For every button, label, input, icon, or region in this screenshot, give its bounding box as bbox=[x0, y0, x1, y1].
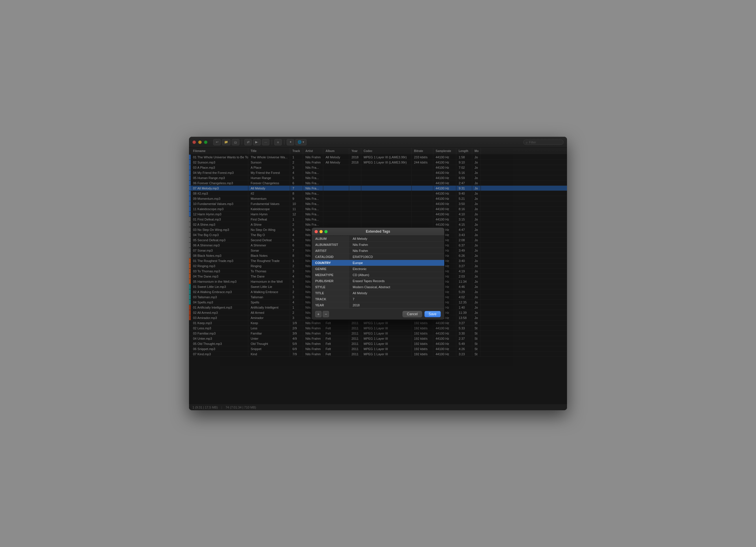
play-button[interactable]: ▶· bbox=[253, 139, 261, 145]
tag-row[interactable]: CATALOGID bbox=[312, 254, 444, 260]
settings-button[interactable]: ✦ bbox=[287, 139, 294, 145]
table-row[interactable]: 12 Harm Hymn.mp3 Harm Hymn 12 Nils Fra..… bbox=[189, 212, 567, 217]
modal-close[interactable] bbox=[315, 230, 318, 233]
language-button[interactable]: 🌐 ▾ bbox=[295, 139, 307, 145]
tag-row[interactable]: ALBUM bbox=[312, 236, 444, 242]
close-button[interactable] bbox=[192, 141, 196, 144]
tag-value[interactable] bbox=[349, 260, 444, 266]
archive-button[interactable]: 🗂 bbox=[232, 139, 239, 145]
col-filename[interactable]: Filename bbox=[191, 148, 248, 154]
tag-value[interactable] bbox=[349, 296, 444, 302]
table-row[interactable]: 06 Snippet.mp3 Snippet 6/9 Nils Frahm Fe… bbox=[189, 346, 567, 351]
cell-track: 4 bbox=[290, 300, 303, 304]
cell-filename: 11 Kaleidoscope.mp3 bbox=[191, 207, 248, 211]
tag-row[interactable]: YEAR bbox=[312, 302, 444, 308]
cancel-button[interactable]: Cancel bbox=[402, 311, 422, 317]
cell-mo: Jo bbox=[472, 289, 481, 294]
cell-year: 2018 bbox=[349, 155, 361, 160]
table-row[interactable]: 05 Human Range.mp3 Human Range 5 Nils Fr… bbox=[189, 175, 567, 181]
tag-row[interactable]: COUNTRY bbox=[312, 260, 444, 266]
minimize-button[interactable] bbox=[198, 141, 202, 144]
col-title[interactable]: Title bbox=[248, 148, 290, 154]
cell-artist: Nils Frahm bbox=[303, 320, 323, 325]
table-row[interactable]: 03 A Place.mp3 A Place 3 Nils Fra... 441… bbox=[189, 165, 567, 170]
tag-row[interactable]: MEDIATYPE bbox=[312, 272, 444, 278]
table-row[interactable]: 01 Keep.mp3 Keep 1/9 Nils Frahm Felt 201… bbox=[189, 320, 567, 325]
folder-button[interactable]: 📁 bbox=[222, 139, 230, 145]
col-length[interactable]: Length bbox=[456, 148, 472, 154]
table-row[interactable]: 03 Familiar.mp3 Familiar 3/9 Nils Frahm … bbox=[189, 331, 567, 336]
tag-row[interactable]: ALBUMARTIST bbox=[312, 242, 444, 248]
cell-artist: Nils Fra... bbox=[303, 170, 323, 175]
list-button[interactable]: ≡ bbox=[274, 139, 282, 145]
table-row[interactable]: 10 Fundamental Values.mp3 Fundamental Va… bbox=[189, 201, 567, 207]
cell-filename: 06 Snippet.mp3 bbox=[191, 346, 248, 351]
table-row[interactable]: 05 Old Thought.mp3 Old Thought 5/9 Nils … bbox=[189, 341, 567, 346]
add-tag-button[interactable]: + bbox=[315, 311, 322, 317]
cell-codec: MPEG 1 Layer III bbox=[361, 346, 412, 351]
tag-value[interactable] bbox=[349, 278, 444, 284]
cell-track: 2 bbox=[290, 264, 303, 268]
table-row[interactable]: 08 #2.mp3 #2 8 Nils Fra... 44100 Hz 9:40… bbox=[189, 191, 567, 196]
cell-year: 2011 bbox=[349, 320, 361, 325]
cell-title: Familiar bbox=[248, 331, 290, 336]
tag-row[interactable]: TRACK bbox=[312, 296, 444, 302]
table-row[interactable]: 02 Less.mp3 Less 2/9 Nils Frahm Felt 201… bbox=[189, 325, 567, 331]
modal-minimize[interactable] bbox=[320, 230, 323, 233]
table-row[interactable]: 11 Kaleidoscope.mp3 Kaleidoscope 11 Nils… bbox=[189, 207, 567, 212]
cell-filename: 05 Second Defeat.mp3 bbox=[191, 238, 248, 243]
tag-row[interactable]: TITLE bbox=[312, 290, 444, 296]
tag-value[interactable] bbox=[349, 266, 444, 272]
tag-value[interactable] bbox=[349, 272, 444, 278]
tag-row[interactable]: GENRE bbox=[312, 266, 444, 272]
tag-row[interactable]: ARTIST bbox=[312, 248, 444, 254]
tag-key: ARTIST bbox=[312, 248, 349, 254]
tags-table: ALBUM ALBUMARTIST ARTIST CATALOGID COUNT… bbox=[312, 236, 444, 308]
search-input[interactable] bbox=[529, 141, 558, 144]
table-row[interactable]: 02 Sunson.mp3 Sunson 2 Nils Frahm All Me… bbox=[189, 160, 567, 165]
col-album[interactable]: Album bbox=[323, 148, 349, 154]
cell-bitrate bbox=[412, 207, 433, 211]
cell-mo: Jo bbox=[472, 175, 481, 180]
back-button[interactable]: ↩ bbox=[213, 139, 221, 145]
cell-track: 2 bbox=[290, 222, 303, 227]
table-row[interactable]: 04 Unter.mp3 Unter 4/9 Nils Frahm Felt 2… bbox=[189, 336, 567, 341]
table-row[interactable]: 01 The Whole Universe Wants to Be Touche… bbox=[189, 155, 567, 160]
maximize-button[interactable] bbox=[204, 141, 207, 144]
col-artist[interactable]: Artist bbox=[303, 148, 323, 154]
search-box[interactable]: ⌕ bbox=[523, 140, 564, 145]
table-row[interactable]: 09 Momentum.mp3 Momentum 9 Nils Fra... 4… bbox=[189, 196, 567, 201]
tag-value[interactable] bbox=[349, 248, 444, 254]
col-samplerate[interactable]: Samplerate bbox=[433, 148, 456, 154]
modal-maximize[interactable] bbox=[324, 230, 328, 233]
cell-codec: MPEG 1 Layer III bbox=[361, 325, 412, 330]
cell-mo: Jo bbox=[472, 248, 481, 253]
remove-tag-button[interactable]: − bbox=[323, 311, 329, 317]
table-row[interactable]: 06 Forever Changeless.mp3 Forever Change… bbox=[189, 181, 567, 186]
table-row[interactable]: 04 My Friend the Forest.mp3 My Friend th… bbox=[189, 170, 567, 175]
col-codec[interactable]: Codec bbox=[361, 148, 412, 154]
tag-key: COUNTRY bbox=[312, 260, 349, 266]
table-row[interactable]: 01 First Defeat.mp3 First Defeat 1 Nils … bbox=[189, 217, 567, 222]
col-track[interactable]: Track bbox=[290, 148, 303, 154]
tag-value[interactable] bbox=[349, 254, 444, 260]
col-year[interactable]: Year bbox=[349, 148, 361, 154]
tag-value[interactable] bbox=[349, 236, 444, 242]
tag-value[interactable] bbox=[349, 302, 444, 308]
more-button[interactable]: ··· bbox=[262, 139, 269, 145]
table-row[interactable]: 07 All Melody.mp3 All Melody 7 Nils Fra.… bbox=[189, 186, 567, 191]
tag-value[interactable] bbox=[349, 290, 444, 296]
table-row[interactable]: 07 Kind.mp3 Kind 7/9 Nils Frahm Felt 201… bbox=[189, 351, 567, 357]
convert-button[interactable]: ⇄ bbox=[244, 139, 252, 145]
tag-row[interactable]: STYLE bbox=[312, 284, 444, 290]
cell-mo: Jo bbox=[472, 253, 481, 258]
save-button[interactable]: Save bbox=[424, 311, 441, 317]
tag-value[interactable] bbox=[349, 284, 444, 290]
table-row[interactable]: 02 A Shine.mp3 A Shine 2 Nils Fra... 441… bbox=[189, 222, 567, 227]
cell-samplerate: 44100 Hz bbox=[433, 186, 456, 191]
tag-row[interactable]: PUBLISHER bbox=[312, 278, 444, 284]
col-bitrate[interactable]: Bitrate bbox=[412, 148, 433, 154]
tag-value[interactable] bbox=[349, 242, 444, 248]
col-mo[interactable]: Mo bbox=[472, 148, 481, 154]
cell-track: 6 bbox=[290, 243, 303, 248]
